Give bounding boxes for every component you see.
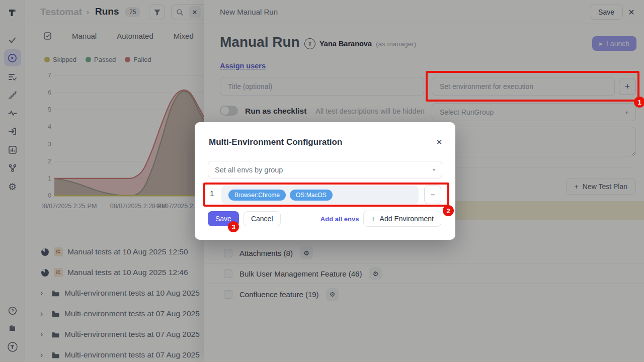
modal-footer: Save Cancel Add all envs + Add Environme…	[208, 211, 441, 227]
modal-cancel-button[interactable]: Cancel	[244, 211, 281, 226]
envs-group-value: Set all envs by group	[215, 166, 283, 174]
annotation-box-1	[426, 71, 639, 102]
chevron-down-icon: ▾	[433, 167, 435, 172]
app-root: ⚙ ? Testomat › Runs 75 ✕ Man	[0, 0, 644, 362]
add-environment-label: Add Environment	[380, 215, 434, 223]
add-environment-button[interactable]: + Add Environment	[363, 211, 441, 227]
annotation-box-2	[203, 183, 449, 207]
add-all-envs-link[interactable]: Add all envs	[320, 215, 359, 223]
modal-close-icon[interactable]: ✕	[434, 137, 444, 147]
annotation-badge-3: 3	[228, 221, 239, 232]
annotation-badge-2: 2	[443, 205, 454, 216]
envs-group-select[interactable]: Set all envs by group ▾	[208, 161, 442, 178]
annotation-badge-1: 1	[634, 97, 644, 108]
modal-title: Multi-Environment Configuration	[209, 137, 342, 147]
plus-icon: +	[371, 215, 375, 223]
